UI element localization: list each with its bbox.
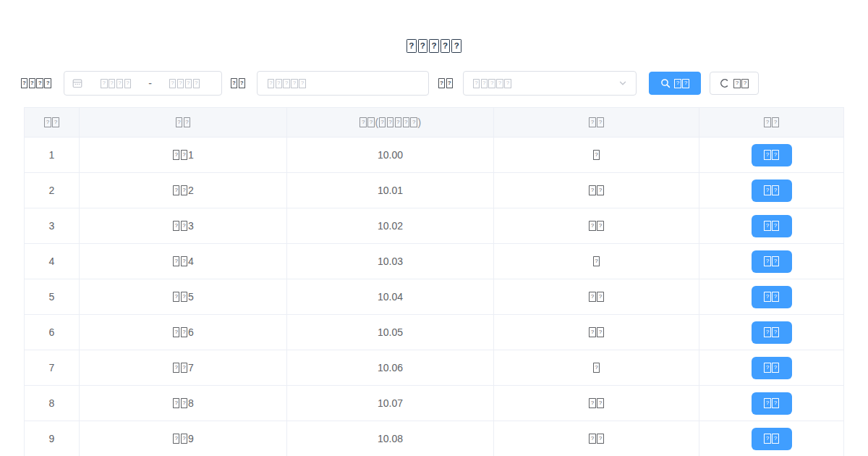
row-action-button[interactable]: ?? xyxy=(752,357,792,379)
table-body: 1 ??1 10.00 ? ?? 2 ??2 10.01 ?? ?? 3 ??3… xyxy=(24,138,844,456)
cell-name: ??2 xyxy=(80,173,287,208)
date-range-label: ???? xyxy=(20,71,52,96)
row-action-button[interactable]: ?? xyxy=(752,144,792,166)
table-row: 1 ??1 10.00 ? ?? xyxy=(24,138,844,173)
row-action-button[interactable]: ?? xyxy=(752,180,792,202)
page: ????? ???? ???? - ???? ?? ????? ?? ????? xyxy=(0,0,868,456)
row-action-button[interactable]: ?? xyxy=(752,250,792,273)
cell-status: ? xyxy=(494,138,699,173)
cell-action: ?? xyxy=(699,208,844,244)
cell-name: ??8 xyxy=(80,386,287,421)
cell-action: ?? xyxy=(699,315,844,350)
header-action: ?? xyxy=(699,108,844,138)
magnifier-icon xyxy=(660,78,671,88)
cell-action: ?? xyxy=(699,138,844,173)
table-row: 3 ??3 10.02 ?? ?? xyxy=(24,208,844,244)
search-button[interactable]: ?? xyxy=(649,72,701,95)
cell-index: 3 xyxy=(24,208,80,244)
cell-price: 10.00 xyxy=(287,138,494,173)
cell-index: 5 xyxy=(24,279,80,315)
cell-price: 10.06 xyxy=(287,350,494,386)
refresh-icon xyxy=(720,78,730,88)
keyword-input[interactable]: ????? xyxy=(257,71,429,96)
table-row: 4 ??4 10.03 ? ?? xyxy=(24,244,844,279)
table-header-row: ?? ?? ??(?????) ?? ?? xyxy=(24,108,844,138)
cell-index: 1 xyxy=(24,138,80,173)
header-price: ??(?????) xyxy=(287,108,494,138)
cell-price: 10.03 xyxy=(287,244,494,279)
cell-name: ??4 xyxy=(80,244,287,279)
date-end-placeholder[interactable]: ???? xyxy=(155,77,214,89)
chevron-down-icon xyxy=(618,79,627,88)
table-row: 9 ??9 10.08 ?? ?? xyxy=(24,421,844,456)
cell-name: ??9 xyxy=(80,421,287,456)
table-row: 2 ??2 10.01 ?? ?? xyxy=(24,173,844,208)
row-action-button[interactable]: ?? xyxy=(752,321,792,344)
cell-action: ?? xyxy=(699,279,844,315)
search-button-label: ?? xyxy=(674,77,690,89)
cell-status: ? xyxy=(494,350,699,386)
cell-action: ?? xyxy=(699,421,844,456)
cell-price: 10.04 xyxy=(287,279,494,315)
cell-index: 7 xyxy=(24,350,80,386)
cell-name: ??5 xyxy=(80,279,287,315)
date-start-placeholder[interactable]: ???? xyxy=(86,77,145,89)
cell-price: 10.08 xyxy=(287,421,494,456)
cell-status: ?? xyxy=(494,315,699,350)
cell-action: ?? xyxy=(699,350,844,386)
table-row: 5 ??5 10.04 ?? ?? xyxy=(24,279,844,315)
cell-price: 10.07 xyxy=(287,386,494,421)
select-placeholder: ????? xyxy=(472,77,511,89)
cell-price: 10.02 xyxy=(287,208,494,244)
reset-button-label: ?? xyxy=(733,77,749,89)
row-action-button[interactable]: ?? xyxy=(752,392,792,415)
cell-status: ?? xyxy=(494,208,699,244)
cell-index: 2 xyxy=(24,173,80,208)
row-action-button[interactable]: ?? xyxy=(752,215,792,237)
header-index: ?? xyxy=(24,108,80,138)
cell-name: ??3 xyxy=(80,208,287,244)
date-range-separator: - xyxy=(148,77,152,89)
cell-status: ?? xyxy=(494,279,699,315)
header-name: ?? xyxy=(80,108,287,138)
cell-action: ?? xyxy=(699,244,844,279)
cell-name: ??1 xyxy=(80,138,287,173)
row-action-button[interactable]: ?? xyxy=(752,286,792,308)
date-range-input[interactable]: ???? - ???? xyxy=(64,71,222,96)
cell-price: 10.01 xyxy=(287,173,494,208)
cell-action: ?? xyxy=(699,386,844,421)
cell-action: ?? xyxy=(699,173,844,208)
cell-name: ??7 xyxy=(80,350,287,386)
status-select[interactable]: ????? xyxy=(463,71,637,96)
cell-index: 8 xyxy=(24,386,80,421)
calendar-icon xyxy=(72,77,83,89)
table-row: 6 ??6 10.05 ?? ?? xyxy=(24,315,844,350)
cell-index: 4 xyxy=(24,244,80,279)
cell-index: 6 xyxy=(24,315,80,350)
header-status: ?? xyxy=(494,108,699,138)
cell-name: ??6 xyxy=(80,315,287,350)
table-row: 8 ??8 10.07 ?? ?? xyxy=(24,386,844,421)
cell-status: ?? xyxy=(494,173,699,208)
page-title: ????? xyxy=(0,38,868,54)
row-action-button[interactable]: ?? xyxy=(752,428,792,450)
select-label: ?? xyxy=(438,71,454,96)
cell-status: ? xyxy=(494,244,699,279)
keyword-placeholder: ????? xyxy=(267,77,306,89)
data-table: ?? ?? ??(?????) ?? ?? 1 ??1 10.00 ? ?? 2… xyxy=(24,107,844,456)
cell-price: 10.05 xyxy=(287,315,494,350)
cell-status: ?? xyxy=(494,386,699,421)
reset-button[interactable]: ?? xyxy=(710,72,759,95)
cell-status: ?? xyxy=(494,421,699,456)
cell-index: 9 xyxy=(24,421,80,456)
keyword-label: ?? xyxy=(230,71,246,96)
table-row: 7 ??7 10.06 ? ?? xyxy=(24,350,844,386)
